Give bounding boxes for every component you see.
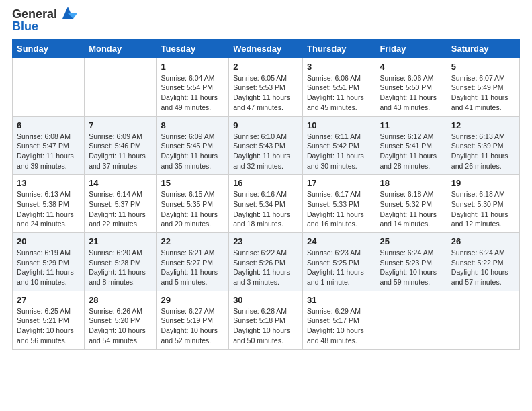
day-number: 19 (451, 178, 515, 188)
week-row-5: 27Sunrise: 6:25 AM Sunset: 5:21 PM Dayli… (13, 291, 520, 349)
day-detail: Sunrise: 6:28 AM Sunset: 5:18 PM Dayligh… (233, 306, 298, 346)
day-number: 6 (17, 120, 80, 130)
calendar-cell: 20Sunrise: 6:19 AM Sunset: 5:29 PM Dayli… (13, 233, 85, 291)
calendar-cell: 25Sunrise: 6:24 AM Sunset: 5:23 PM Dayli… (375, 233, 447, 291)
day-number: 21 (89, 236, 152, 246)
day-number: 1 (161, 62, 224, 72)
calendar-cell: 6Sunrise: 6:08 AM Sunset: 5:47 PM Daylig… (13, 116, 85, 175)
calendar-cell: 26Sunrise: 6:24 AM Sunset: 5:22 PM Dayli… (447, 233, 519, 291)
calendar-cell: 7Sunrise: 6:09 AM Sunset: 5:46 PM Daylig… (85, 116, 157, 175)
calendar-cell: 11Sunrise: 6:12 AM Sunset: 5:41 PM Dayli… (375, 116, 447, 175)
day-number: 14 (89, 178, 152, 188)
week-row-2: 6Sunrise: 6:08 AM Sunset: 5:47 PM Daylig… (13, 116, 520, 175)
day-detail: Sunrise: 6:09 AM Sunset: 5:46 PM Dayligh… (89, 132, 152, 171)
day-detail: Sunrise: 6:12 AM Sunset: 5:41 PM Dayligh… (380, 132, 442, 171)
week-row-4: 20Sunrise: 6:19 AM Sunset: 5:29 PM Dayli… (13, 233, 520, 291)
calendar-cell: 5Sunrise: 6:07 AM Sunset: 5:49 PM Daylig… (447, 58, 519, 116)
day-detail: Sunrise: 6:06 AM Sunset: 5:50 PM Dayligh… (380, 73, 442, 113)
calendar-cell: 3Sunrise: 6:06 AM Sunset: 5:51 PM Daylig… (303, 58, 375, 116)
logo-icon (58, 4, 77, 23)
logo: General Blue (12, 7, 77, 34)
calendar-cell: 19Sunrise: 6:18 AM Sunset: 5:30 PM Dayli… (447, 175, 519, 233)
calendar-cell: 29Sunrise: 6:27 AM Sunset: 5:19 PM Dayli… (157, 291, 229, 349)
day-number: 16 (233, 178, 298, 188)
day-detail: Sunrise: 6:04 AM Sunset: 5:54 PM Dayligh… (161, 73, 224, 113)
day-detail: Sunrise: 6:23 AM Sunset: 5:25 PM Dayligh… (307, 248, 371, 287)
calendar-cell: 14Sunrise: 6:14 AM Sunset: 5:37 PM Dayli… (85, 175, 157, 233)
weekday-header-saturday: Saturday (447, 39, 519, 58)
day-number: 20 (17, 236, 80, 246)
day-number: 28 (89, 295, 152, 305)
weekday-header-thursday: Thursday (303, 39, 375, 58)
day-detail: Sunrise: 6:18 AM Sunset: 5:32 PM Dayligh… (380, 189, 442, 229)
day-detail: Sunrise: 6:11 AM Sunset: 5:42 PM Dayligh… (307, 132, 371, 171)
day-number: 10 (307, 120, 371, 130)
weekday-header-row: SundayMondayTuesdayWednesdayThursdayFrid… (13, 39, 520, 58)
day-number: 11 (380, 120, 442, 130)
weekday-header-friday: Friday (375, 39, 447, 58)
day-detail: Sunrise: 6:15 AM Sunset: 5:35 PM Dayligh… (161, 189, 224, 229)
day-number: 3 (307, 62, 371, 72)
day-number: 18 (380, 178, 442, 188)
day-detail: Sunrise: 6:25 AM Sunset: 5:21 PM Dayligh… (17, 306, 80, 346)
day-detail: Sunrise: 6:05 AM Sunset: 5:53 PM Dayligh… (233, 73, 298, 113)
calendar-cell: 1Sunrise: 6:04 AM Sunset: 5:54 PM Daylig… (157, 58, 229, 116)
day-detail: Sunrise: 6:09 AM Sunset: 5:45 PM Dayligh… (161, 132, 224, 171)
day-detail: Sunrise: 6:07 AM Sunset: 5:49 PM Dayligh… (451, 73, 515, 113)
day-number: 15 (161, 178, 224, 188)
weekday-header-tuesday: Tuesday (157, 39, 229, 58)
day-number: 30 (233, 295, 298, 305)
calendar-cell: 24Sunrise: 6:23 AM Sunset: 5:25 PM Dayli… (303, 233, 375, 291)
day-number: 8 (161, 120, 224, 130)
weekday-header-sunday: Sunday (13, 39, 85, 58)
header: General Blue (12, 7, 520, 34)
calendar-cell: 22Sunrise: 6:21 AM Sunset: 5:27 PM Dayli… (157, 233, 229, 291)
weekday-header-wednesday: Wednesday (229, 39, 303, 58)
week-row-3: 13Sunrise: 6:13 AM Sunset: 5:38 PM Dayli… (13, 175, 520, 233)
day-detail: Sunrise: 6:13 AM Sunset: 5:38 PM Dayligh… (17, 189, 80, 229)
calendar-cell: 8Sunrise: 6:09 AM Sunset: 5:45 PM Daylig… (157, 116, 229, 175)
logo-blue: Blue (12, 20, 38, 34)
day-number: 29 (161, 295, 224, 305)
calendar-cell: 4Sunrise: 6:06 AM Sunset: 5:50 PM Daylig… (375, 58, 447, 116)
day-number: 23 (233, 236, 298, 246)
calendar-cell: 10Sunrise: 6:11 AM Sunset: 5:42 PM Dayli… (303, 116, 375, 175)
day-number: 22 (161, 236, 224, 246)
day-detail: Sunrise: 6:18 AM Sunset: 5:30 PM Dayligh… (451, 189, 515, 229)
day-number: 12 (451, 120, 515, 130)
day-detail: Sunrise: 6:24 AM Sunset: 5:23 PM Dayligh… (380, 248, 442, 287)
day-number: 2 (233, 62, 298, 72)
page: General Blue SundayMondayTuesdayWednesda… (0, 0, 532, 411)
day-number: 24 (307, 236, 371, 246)
day-number: 25 (380, 236, 442, 246)
calendar-cell (13, 58, 85, 116)
day-detail: Sunrise: 6:26 AM Sunset: 5:20 PM Dayligh… (89, 306, 152, 346)
day-detail: Sunrise: 6:22 AM Sunset: 5:26 PM Dayligh… (233, 248, 298, 287)
day-detail: Sunrise: 6:14 AM Sunset: 5:37 PM Dayligh… (89, 189, 152, 229)
calendar-cell: 23Sunrise: 6:22 AM Sunset: 5:26 PM Dayli… (229, 233, 303, 291)
calendar-cell: 21Sunrise: 6:20 AM Sunset: 5:28 PM Dayli… (85, 233, 157, 291)
calendar-cell (447, 291, 519, 349)
day-detail: Sunrise: 6:17 AM Sunset: 5:33 PM Dayligh… (307, 189, 371, 229)
calendar-cell: 16Sunrise: 6:16 AM Sunset: 5:34 PM Dayli… (229, 175, 303, 233)
day-detail: Sunrise: 6:16 AM Sunset: 5:34 PM Dayligh… (233, 189, 298, 229)
calendar-cell: 13Sunrise: 6:13 AM Sunset: 5:38 PM Dayli… (13, 175, 85, 233)
day-detail: Sunrise: 6:06 AM Sunset: 5:51 PM Dayligh… (307, 73, 371, 113)
calendar-cell: 12Sunrise: 6:13 AM Sunset: 5:39 PM Dayli… (447, 116, 519, 175)
calendar-cell: 18Sunrise: 6:18 AM Sunset: 5:32 PM Dayli… (375, 175, 447, 233)
day-detail: Sunrise: 6:08 AM Sunset: 5:47 PM Dayligh… (17, 132, 80, 171)
calendar-cell: 2Sunrise: 6:05 AM Sunset: 5:53 PM Daylig… (229, 58, 303, 116)
calendar-cell (375, 291, 447, 349)
day-number: 5 (451, 62, 515, 72)
day-detail: Sunrise: 6:27 AM Sunset: 5:19 PM Dayligh… (161, 306, 224, 346)
day-number: 26 (451, 236, 515, 246)
calendar-cell (85, 58, 157, 116)
weekday-header-monday: Monday (85, 39, 157, 58)
calendar-cell: 27Sunrise: 6:25 AM Sunset: 5:21 PM Dayli… (13, 291, 85, 349)
calendar-cell: 17Sunrise: 6:17 AM Sunset: 5:33 PM Dayli… (303, 175, 375, 233)
day-number: 27 (17, 295, 80, 305)
calendar-cell: 31Sunrise: 6:29 AM Sunset: 5:17 PM Dayli… (303, 291, 375, 349)
day-detail: Sunrise: 6:21 AM Sunset: 5:27 PM Dayligh… (161, 248, 224, 287)
calendar-cell: 9Sunrise: 6:10 AM Sunset: 5:43 PM Daylig… (229, 116, 303, 175)
day-number: 31 (307, 295, 371, 305)
